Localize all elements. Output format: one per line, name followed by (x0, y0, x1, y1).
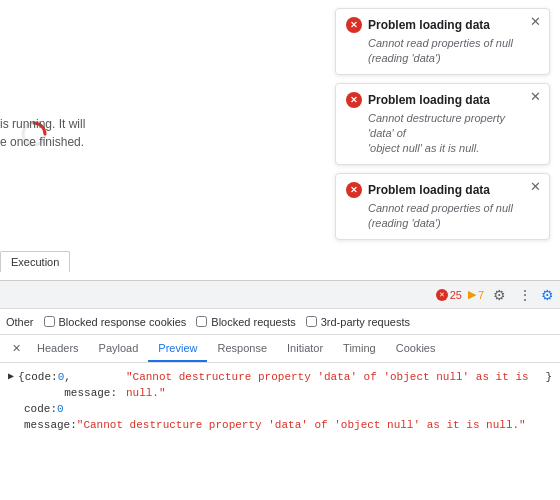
warning-badge-icon: ▶ (468, 288, 476, 301)
tab-payload[interactable]: Payload (89, 335, 149, 362)
notif-title-2: Problem loading data (368, 93, 490, 107)
code-brace-open: { (18, 369, 25, 385)
notif-header-2: Problem loading data (346, 92, 521, 108)
blocked-response-cookies-filter[interactable]: Blocked response cookies (44, 316, 187, 328)
blocked-requests-filter[interactable]: Blocked requests (196, 316, 295, 328)
devtools-toolbar: 25 ▶ 7 ⚙ ⋮ ⚙ (0, 281, 560, 309)
warning-badge[interactable]: ▶ 7 (468, 288, 484, 301)
code-preview-area[interactable]: ▶ { code: 0 , message: "Cannot destructu… (0, 363, 560, 500)
notifications-container: Problem loading data ✕ Cannot read prope… (335, 8, 550, 240)
code-key-code: code: (25, 369, 58, 385)
code-val-code2: 0 (57, 401, 64, 417)
filter-bar: Other Blocked response cookies Blocked r… (0, 309, 560, 335)
third-party-requests-filter[interactable]: 3rd-party requests (306, 316, 410, 328)
notif-error-icon-1 (346, 17, 362, 33)
main-content-area: Acti is running. It will e once finished… (0, 0, 560, 280)
notif-close-3[interactable]: ✕ (530, 180, 541, 193)
devtools-panel: 25 ▶ 7 ⚙ ⋮ ⚙ Other Blocked response cook… (0, 280, 560, 500)
blocked-response-cookies-checkbox[interactable] (44, 316, 55, 327)
settings-icon[interactable]: ⚙ (490, 285, 509, 305)
error-count: 25 (450, 289, 462, 301)
code-val-msg: "Cannot destructure property 'data' of '… (126, 369, 545, 401)
notif-close-2[interactable]: ✕ (530, 90, 541, 103)
blocked-requests-label: Blocked requests (211, 316, 295, 328)
notif-body-2: Cannot destructure property 'data' of'ob… (346, 111, 521, 156)
execution-tab[interactable]: Execution (0, 251, 70, 272)
more-options-icon[interactable]: ⋮ (515, 285, 535, 305)
warning-count: 7 (478, 289, 484, 301)
third-party-requests-label: 3rd-party requests (321, 316, 410, 328)
notif-body-1: Cannot read properties of null(reading '… (346, 36, 521, 66)
notif-header-1: Problem loading data (346, 17, 521, 33)
notif-title-3: Problem loading data (368, 183, 490, 197)
notification-card-2: Problem loading data ✕ Cannot destructur… (335, 83, 550, 165)
code-brace-close: } (545, 369, 552, 385)
dock-icon[interactable]: ⚙ (541, 287, 554, 303)
code-line-1: ▶ { code: 0 , message: "Cannot destructu… (8, 369, 552, 401)
code-line-3: message: "Cannot destructure property 'd… (8, 417, 552, 433)
panel-close-button[interactable]: ✕ (6, 342, 27, 355)
notification-card-1: Problem loading data ✕ Cannot read prope… (335, 8, 550, 75)
tab-initiator[interactable]: Initiator (277, 335, 333, 362)
tab-headers[interactable]: Headers (27, 335, 89, 362)
tab-response[interactable]: Response (207, 335, 277, 362)
filter-tab-other[interactable]: Other (6, 314, 34, 330)
notif-title-1: Problem loading data (368, 18, 490, 32)
code-key-msg2: message: (24, 417, 77, 433)
network-subtabs: ✕ Headers Payload Preview Response Initi… (0, 335, 560, 363)
code-key-msg: , message: (64, 369, 126, 401)
code-val-0: 0 (58, 369, 65, 385)
code-key-code2: code: (24, 401, 57, 417)
third-party-requests-checkbox[interactable] (306, 316, 317, 327)
blocked-response-cookies-label: Blocked response cookies (59, 316, 187, 328)
notif-error-icon-2 (346, 92, 362, 108)
tab-cookies[interactable]: Cookies (386, 335, 446, 362)
notif-close-1[interactable]: ✕ (530, 15, 541, 28)
error-badge-icon (436, 289, 448, 301)
notif-error-icon-3 (346, 182, 362, 198)
tab-preview[interactable]: Preview (148, 335, 207, 362)
expand-arrow[interactable]: ▶ (8, 369, 14, 385)
tab-timing[interactable]: Timing (333, 335, 386, 362)
error-badge[interactable]: 25 (436, 289, 462, 301)
notif-header-3: Problem loading data (346, 182, 521, 198)
running-text: is running. It will e once finished. (0, 115, 85, 151)
code-val-msg2: "Cannot destructure property 'data' of '… (77, 417, 526, 433)
code-line-2: code: 0 (8, 401, 552, 417)
notif-body-3: Cannot read properties of null(reading '… (346, 201, 521, 231)
notification-card-3: Problem loading data ✕ Cannot read prope… (335, 173, 550, 240)
blocked-requests-checkbox[interactable] (196, 316, 207, 327)
